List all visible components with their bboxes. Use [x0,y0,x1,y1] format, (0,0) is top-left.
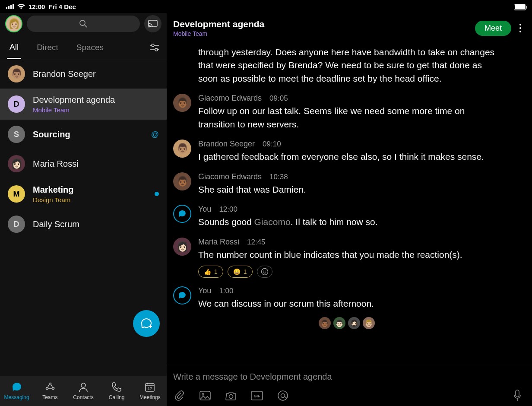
nav-teams[interactable]: Teams [33,376,66,406]
nav-label: Calling [109,394,125,400]
paperclip-icon [174,390,184,401]
conversation-title: Development agenda [33,95,115,105]
message-avatar: 👨🏾 [173,172,191,190]
meetings-icon: 17 [144,381,155,393]
svg-point-7 [149,26,150,28]
svg-point-28 [265,270,266,271]
reaction-emoji: 👍 [204,268,211,275]
chat-header: Development agenda Mobile Team Meet [167,13,532,41]
battery-icon [514,3,526,10]
conversation-item[interactable]: 👩🏻Maria Rossi [0,149,167,178]
svg-rect-0 [6,7,7,9]
conversation-item[interactable]: DDaily Scrum [0,209,167,239]
message-time: 09:05 [269,94,288,103]
message-time: 12:00 [219,205,238,214]
svg-rect-29 [200,391,210,400]
message-time: 10:38 [269,173,288,181]
svg-point-23 [519,24,521,25]
bottom-nav: Messaging Teams Contacts Calling 17 Meet… [0,376,167,406]
message-text: Follow up on our last talk. Seems like w… [198,105,500,131]
sidebar-tabs: All Direct Spaces [0,36,167,59]
reaction-emoji: 😀 [233,268,241,275]
add-reaction-button[interactable] [257,266,272,278]
svg-point-30 [202,393,204,395]
attach-button[interactable] [173,390,185,402]
reaction-count: 1 [214,268,218,275]
svg-point-14 [49,383,51,385]
camera-icon [225,391,237,400]
tab-direct[interactable]: Direct [34,37,61,58]
conversation-title: Maria Rossi [33,159,79,169]
tab-all[interactable]: All [7,36,21,59]
search-icon [79,19,88,28]
conversation-item[interactable]: SSourcing@ [0,120,167,149]
conversation-title: Daily Scrum [33,219,79,230]
conversation-avatar: M [8,185,25,203]
status-time: 12:00 [28,3,45,10]
contacts-icon [78,381,89,393]
message-text: Sounds good Giacomo. Il talk to him now … [198,216,500,228]
nav-messaging[interactable]: Messaging [0,376,33,406]
reactions: 👍1😀1 [198,266,522,278]
svg-point-31 [229,395,233,399]
image-button[interactable] [199,390,211,402]
microphone-icon [513,390,521,402]
my-avatar[interactable]: 👩🏼 [5,15,22,32]
new-message-button[interactable] [133,310,160,337]
read-receipt-avatar: 🧔🏻 [348,317,360,329]
reaction-pill[interactable]: 😀1 [228,266,253,278]
nav-label: Contacts [73,394,93,400]
message-input[interactable]: Write a message to Development agenda [173,370,523,390]
filter-icon [149,44,160,51]
message-author: Maria Rossi [198,238,239,247]
mention-button[interactable] [277,390,289,402]
message-author: You [198,286,211,295]
message: You1:00We can discuss in our scrum this … [173,282,522,314]
nav-meetings[interactable]: 17 Meetings [133,376,167,406]
composer: Write a message to Development agenda GI… [167,363,532,406]
conversation-subtitle: Mobile Team [33,106,115,114]
chat-subtitle[interactable]: Mobile Team [173,30,469,37]
conversation-item[interactable]: MMarketingDesign Team [0,178,167,209]
tab-spaces[interactable]: Spaces [74,37,106,58]
conversation-subtitle: Design Team [33,196,73,203]
self-avatar-icon [173,286,191,304]
svg-point-4 [80,20,85,25]
signal-icon [6,4,14,9]
read-receipt-avatar: 👨🏼 [363,317,375,329]
message: 👨🏽Brandon Seeger09:10I gathered feedback… [173,135,522,168]
conversation-title: Sourcing [33,129,70,140]
message: 👨🏾Giacomo Edwards09:05Follow up on our l… [173,89,522,135]
gif-icon: GIF [251,391,263,400]
chat-pane: Development agenda Mobile Team Meet thro… [167,13,532,406]
gif-button[interactable]: GIF [251,390,263,402]
status-date: Fri 4 Dec [48,3,76,10]
svg-text:17: 17 [148,387,152,391]
message-time: 09:10 [263,140,281,149]
calling-icon [111,381,122,393]
reaction-pill[interactable]: 👍1 [198,266,223,278]
nav-contacts[interactable]: Contacts [66,376,100,406]
svg-text:GIF: GIF [254,394,261,398]
conversation-item[interactable]: DDevelopment agendaMobile Team [0,89,167,120]
svg-point-24 [519,27,521,29]
svg-point-15 [46,387,48,390]
mention[interactable]: Giacomo [254,217,291,227]
conversation-avatar: S [8,126,25,143]
read-receipts: 👨🏾👨🏻🧔🏻👨🏼 [173,314,375,333]
message: You12:00Sounds good Giacomo. Il talk to … [173,200,522,233]
image-icon [200,391,211,400]
voice-button[interactable] [511,390,523,402]
camera-button[interactable] [225,390,237,402]
filter-button[interactable] [149,44,160,51]
nav-label: Meetings [139,394,161,400]
more-menu-button[interactable] [517,23,523,33]
conversation-item[interactable]: 👨🏽Brandon Seeger [0,59,167,89]
nav-calling[interactable]: Calling [100,376,133,406]
conversation-avatar: D [8,95,25,113]
svg-point-26 [261,268,268,275]
search-input[interactable] [27,16,140,32]
cast-button[interactable] [144,15,162,32]
nav-label: Teams [42,394,57,400]
meet-button[interactable]: Meet [475,21,511,36]
